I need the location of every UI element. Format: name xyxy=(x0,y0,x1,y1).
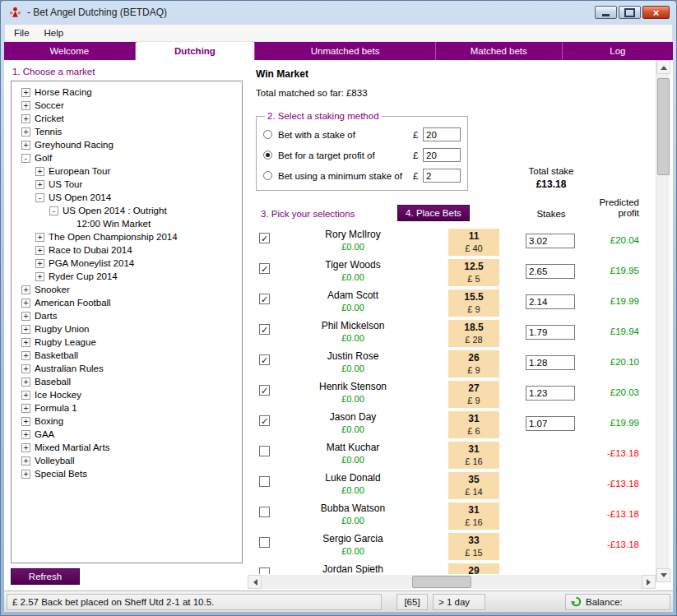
tree-item[interactable]: +Snooker xyxy=(12,283,242,296)
odds-cell[interactable]: 26£ 9 xyxy=(448,350,499,377)
tree-item-label[interactable]: Boxing xyxy=(35,415,63,427)
odds-cell[interactable]: 15.5£ 9 xyxy=(448,289,499,317)
tree-item-label[interactable]: Snooker xyxy=(35,284,70,295)
tree-item[interactable]: +GAA xyxy=(12,428,242,441)
tree-item[interactable]: +Darts xyxy=(12,309,242,322)
expand-icon[interactable]: + xyxy=(21,338,30,347)
tree-item[interactable]: +Basketball xyxy=(12,349,242,362)
tree-item-label[interactable]: Cricket xyxy=(35,113,64,124)
tree-item-label[interactable]: European Tour xyxy=(49,165,110,177)
odds-cell[interactable]: 29 xyxy=(448,563,499,574)
stake-input[interactable] xyxy=(526,294,575,309)
tree-item-label[interactable]: Ice Hockey xyxy=(35,389,81,401)
expand-icon[interactable]: + xyxy=(21,377,30,387)
tree-item[interactable]: +Cricket xyxy=(12,112,242,125)
tree-item[interactable]: +Mixed Martial Arts xyxy=(12,441,242,454)
tree-item-label[interactable]: Darts xyxy=(35,310,57,322)
expand-icon[interactable]: + xyxy=(21,404,30,413)
expand-icon[interactable]: + xyxy=(21,114,30,123)
tree-item[interactable]: +Tennis xyxy=(12,125,242,138)
selection-checkbox[interactable]: ✓ xyxy=(259,385,270,396)
tree-item[interactable]: +Greyhound Racing xyxy=(12,138,242,151)
tree-item[interactable]: +PGA Moneylist 2014 xyxy=(12,257,242,270)
tree-item-label[interactable]: Rugby League xyxy=(35,336,96,348)
staking-radio[interactable] xyxy=(263,130,272,139)
expand-icon[interactable]: + xyxy=(35,167,44,176)
tree-item-label[interactable]: Baseball xyxy=(35,376,71,387)
tree-item[interactable]: +Ryder Cup 2014 xyxy=(12,270,242,283)
scroll-right-button[interactable] xyxy=(642,575,656,589)
vertical-scrollbar[interactable] xyxy=(656,60,670,582)
tree-item[interactable]: +Australian Rules xyxy=(12,362,242,375)
selection-checkbox[interactable] xyxy=(259,476,270,487)
odds-cell[interactable]: 31£ 6 xyxy=(448,411,499,438)
expand-icon[interactable]: + xyxy=(35,180,44,189)
tree-item[interactable]: +European Tour xyxy=(12,164,242,178)
tree-item-label[interactable]: 12:00 Win Market xyxy=(77,218,151,229)
expand-icon[interactable]: + xyxy=(21,417,30,426)
stake-input[interactable] xyxy=(526,386,575,401)
tab-matched-bets[interactable]: Matched bets xyxy=(436,42,563,60)
tree-item[interactable]: +Baseball xyxy=(12,375,242,388)
expand-icon[interactable]: + xyxy=(21,141,30,150)
tab-dutching[interactable]: Dutching xyxy=(136,42,256,60)
tab-welcome[interactable]: Welcome xyxy=(4,42,136,60)
odds-cell[interactable]: 35£ 14 xyxy=(448,472,499,499)
tree-item-label[interactable]: Soccer xyxy=(35,100,64,111)
tree-item[interactable]: 12:00 Win Market xyxy=(12,217,242,230)
selection-checkbox[interactable]: ✓ xyxy=(259,233,270,243)
expand-icon[interactable]: + xyxy=(21,470,30,479)
odds-cell[interactable]: 12.5£ 5 xyxy=(448,259,499,286)
tree-item[interactable]: +US Tour xyxy=(12,178,242,191)
collapse-icon[interactable]: - xyxy=(35,193,44,202)
horizontal-scrollbar[interactable] xyxy=(248,575,656,589)
expand-icon[interactable]: + xyxy=(21,325,30,334)
selection-checkbox[interactable] xyxy=(259,446,270,456)
minimize-button[interactable] xyxy=(595,6,617,19)
staking-radio-selected[interactable] xyxy=(263,151,272,160)
scroll-up-button[interactable] xyxy=(656,60,670,74)
tree-item[interactable]: +Horse Racing xyxy=(12,86,242,99)
tree-item-label[interactable]: American Football xyxy=(35,297,111,308)
tree-item-label[interactable]: PGA Moneylist 2014 xyxy=(49,257,134,269)
selection-checkbox[interactable]: ✓ xyxy=(259,324,270,335)
odds-cell[interactable]: 27£ 9 xyxy=(448,381,499,408)
tree-item[interactable]: +Rugby League xyxy=(12,336,242,349)
tree-item[interactable]: +Rugby Union xyxy=(12,322,242,336)
selection-checkbox[interactable]: ✓ xyxy=(259,354,270,365)
expand-icon[interactable]: + xyxy=(21,391,30,400)
tree-item-label[interactable]: Race to Dubai 2014 xyxy=(49,244,132,256)
staking-amount-input[interactable] xyxy=(423,148,461,162)
expand-icon[interactable]: + xyxy=(35,259,44,268)
stake-input[interactable] xyxy=(526,325,575,340)
tab-unmatched-bets[interactable]: Unmatched bets xyxy=(255,42,435,60)
tree-item[interactable]: -US Open 2014 : Outright xyxy=(12,204,242,217)
title-bar[interactable]: - Bet Angel Dutching (BETDAQ) xyxy=(4,1,673,24)
market-tree[interactable]: +Horse Racing+Soccer+Cricket+Tennis+Grey… xyxy=(11,81,243,563)
tree-item[interactable]: +Formula 1 xyxy=(12,401,242,415)
scroll-down-button[interactable] xyxy=(656,568,670,582)
refresh-balance-icon[interactable] xyxy=(571,596,582,607)
selection-checkbox[interactable] xyxy=(259,507,270,517)
staking-radio[interactable] xyxy=(263,171,272,180)
tree-item[interactable]: +Ice Hockey xyxy=(12,388,242,401)
expand-icon[interactable]: + xyxy=(21,127,30,137)
tree-item-label[interactable]: Golf xyxy=(35,152,52,164)
expand-icon[interactable]: + xyxy=(35,272,44,281)
tree-item-label[interactable]: GAA xyxy=(35,428,54,440)
tree-item-label[interactable]: Horse Racing xyxy=(35,86,92,98)
stake-input[interactable] xyxy=(526,416,575,431)
expand-icon[interactable]: + xyxy=(21,430,30,439)
tree-item[interactable]: +American Football xyxy=(12,296,242,309)
tree-item-label[interactable]: Mixed Martial Arts xyxy=(35,442,109,453)
tree-item-label[interactable]: US Tour xyxy=(49,178,82,190)
expand-icon[interactable]: + xyxy=(21,312,30,321)
expand-icon[interactable]: + xyxy=(21,364,30,373)
expand-icon[interactable]: + xyxy=(21,285,30,294)
tree-item-label[interactable]: Basketball xyxy=(35,350,78,361)
tree-item-label[interactable]: The Open Championship 2014 xyxy=(49,231,178,243)
stake-input[interactable] xyxy=(526,234,575,248)
tree-item-label[interactable]: Tennis xyxy=(35,126,62,137)
selection-checkbox[interactable]: ✓ xyxy=(259,415,270,426)
odds-cell[interactable]: 33£ 15 xyxy=(448,533,499,560)
